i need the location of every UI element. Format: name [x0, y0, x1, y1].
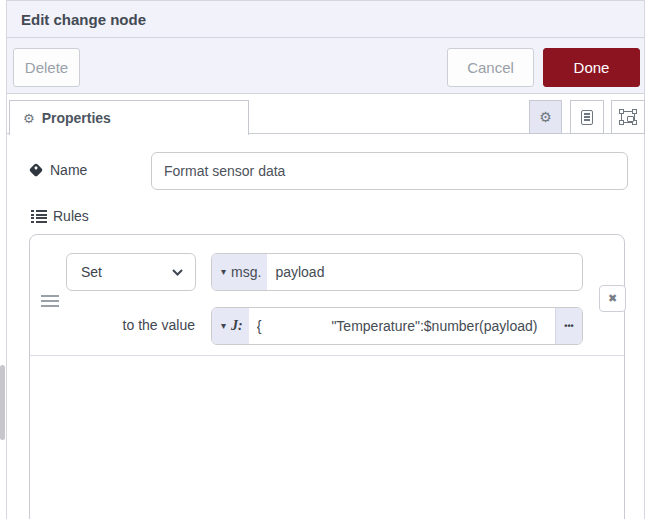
caret-down-icon: ▾	[221, 267, 226, 277]
rules-label: Rules	[53, 208, 89, 224]
caret-down-icon: ▾	[221, 321, 226, 331]
name-label: Name	[50, 162, 87, 178]
appearance-icon	[620, 110, 636, 124]
gear-icon: ⚙	[539, 110, 552, 124]
expression-input[interactable]	[249, 308, 582, 344]
value-type-button[interactable]: ▾ J:	[212, 308, 249, 344]
tab-properties-label: Properties	[42, 110, 111, 126]
tab-bar: ⚙ Properties ⚙	[7, 94, 644, 134]
property-input[interactable]	[267, 254, 582, 290]
rules-list-icon	[31, 210, 47, 223]
rule-value-typed-input: ▾ J: •••	[211, 307, 583, 345]
dialog-title: Edit change node	[7, 11, 146, 28]
rule-delete-button[interactable]: ✖	[599, 285, 626, 312]
description-tab-button[interactable]	[570, 100, 604, 134]
to-the-value-label: to the value	[50, 317, 195, 333]
delete-button[interactable]: Delete	[13, 48, 80, 87]
left-scrollbar-thumb[interactable]	[0, 365, 5, 440]
dialog-toolbar: Delete Cancel Done	[7, 38, 644, 94]
expand-expression-button[interactable]: •••	[555, 308, 582, 344]
appearance-tab-button[interactable]	[611, 100, 645, 134]
drag-handle-icon[interactable]	[41, 295, 59, 307]
close-icon: ✖	[608, 293, 617, 304]
name-input[interactable]	[151, 152, 628, 190]
screen: Edit change node Delete Cancel Done ⚙ Pr…	[0, 0, 651, 519]
edit-change-node-dialog: Edit change node Delete Cancel Done ⚙ Pr…	[6, 0, 645, 519]
done-button[interactable]: Done	[543, 48, 640, 87]
rule-divider	[30, 355, 624, 356]
jsonata-type-label: J:	[231, 318, 243, 334]
dialog-header: Edit change node	[7, 1, 644, 38]
rule-property-typed-input: ▾ msg.	[211, 253, 583, 291]
name-field-label: Name	[31, 162, 87, 178]
tab-properties[interactable]: ⚙ Properties	[9, 100, 249, 135]
property-type-label: msg.	[231, 264, 261, 280]
ellipsis-icon: •••	[564, 321, 573, 331]
document-icon	[581, 110, 593, 125]
rules-section-label: Rules	[31, 208, 89, 224]
rule-action-select[interactable]: Set	[66, 253, 196, 291]
tag-icon	[29, 163, 43, 177]
cancel-button[interactable]: Cancel	[447, 48, 534, 87]
gear-icon: ⚙	[23, 112, 35, 125]
chevron-down-icon	[172, 269, 183, 276]
rules-list: Set ▾ msg. ✖ to the value	[29, 234, 625, 519]
properties-tab-button[interactable]: ⚙	[529, 100, 562, 134]
property-type-button[interactable]: ▾ msg.	[212, 254, 267, 290]
rule-action-value: Set	[81, 264, 172, 280]
